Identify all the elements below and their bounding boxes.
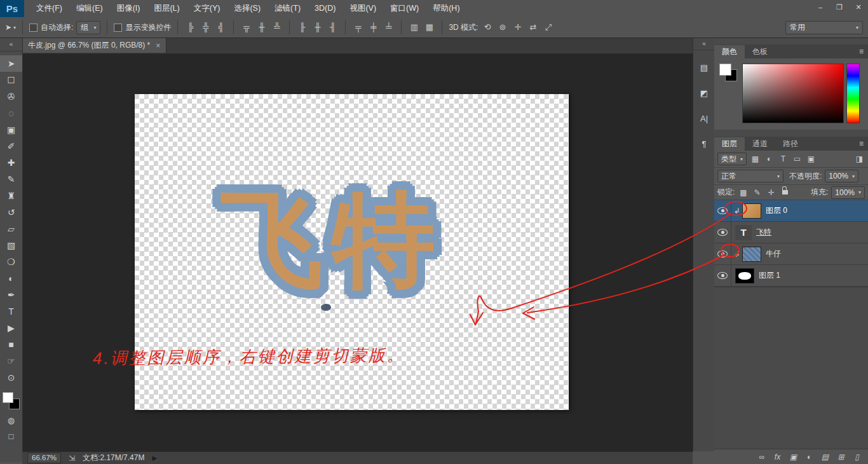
lock-transparent-icon[interactable]: ▩ (738, 188, 749, 197)
filter-type-layers-icon[interactable]: T (778, 154, 789, 163)
tab-color[interactable]: 颜色 (714, 45, 745, 58)
tab-close-icon[interactable]: × (156, 41, 160, 50)
tool-dodge[interactable]: ◐ (0, 270, 22, 287)
adjustments-panel-icon[interactable]: ◩ (693, 82, 715, 104)
visibility-toggle[interactable] (714, 243, 731, 264)
auto-select-checkbox[interactable] (29, 24, 37, 32)
layer-name[interactable]: 图层 1 (759, 270, 780, 281)
lock-pixels-icon[interactable]: ✎ (752, 188, 763, 197)
screen-mode-icon[interactable]: □ (9, 432, 14, 441)
visibility-toggle[interactable] (714, 222, 731, 243)
align-center-h-icon[interactable]: ╬ (200, 21, 212, 34)
distribute-center-h-icon[interactable]: ╫ (311, 21, 323, 34)
auto-select-dropdown[interactable]: 组 ▾ (76, 21, 100, 34)
align-left-edges-icon[interactable]: ╠ (184, 21, 196, 34)
align-right-edges-icon[interactable]: ╣ (215, 21, 227, 34)
character-panel-icon[interactable]: A| (693, 107, 715, 129)
filter-type-dropdown[interactable]: 类型 ▾ (717, 153, 747, 165)
new-layer-icon[interactable]: ⊞ (834, 453, 848, 461)
saturation-brightness-field[interactable] (742, 64, 844, 123)
link-layers-icon[interactable]: ∞ (754, 453, 769, 461)
fg-bg-mini-swatches[interactable] (719, 64, 737, 81)
expand-panels-icon[interactable]: « (693, 38, 715, 50)
paragraph-panel-icon[interactable]: ¶ (693, 133, 715, 154)
tool-crop[interactable]: ▣ (0, 121, 22, 138)
distribute-center-v-icon[interactable]: ╪ (367, 21, 379, 34)
tool-marquee[interactable]: ☐ (0, 72, 22, 88)
distribute-bottom-icon[interactable]: ╧ (383, 21, 395, 34)
3d-drag-icon[interactable]: ✛ (512, 21, 524, 34)
properties-panel-icon[interactable]: ▤ (693, 57, 715, 78)
workspace-switcher[interactable]: 常用 ▾ (785, 21, 863, 34)
menu-item-select[interactable]: 选择(S) (227, 0, 268, 17)
menu-item-window[interactable]: 窗口(W) (383, 0, 426, 17)
filter-smart-objects-icon[interactable]: ▣ (806, 154, 817, 163)
layer-name[interactable]: 飞特 (756, 227, 771, 238)
foreground-color-swatch[interactable] (719, 64, 731, 76)
fill-dropdown[interactable]: 100% ▾ (831, 186, 865, 199)
menu-item-view[interactable]: 视图(V) (342, 0, 383, 17)
tool-zoom[interactable]: ⊙ (0, 369, 22, 386)
tool-type[interactable]: T (0, 303, 22, 320)
menu-item-filter[interactable]: 滤镜(T) (268, 0, 308, 17)
layer-style-icon[interactable]: fx (770, 453, 785, 461)
layer-thumbnail[interactable] (742, 203, 761, 219)
layer-row-niuzai[interactable]: ↲ 牛仔 (714, 243, 868, 265)
opacity-dropdown[interactable]: 100% ▾ (825, 170, 858, 182)
panel-menu-icon[interactable]: ≡ (855, 137, 868, 151)
visibility-toggle[interactable] (714, 200, 731, 221)
layer-name[interactable]: 牛仔 (766, 249, 781, 259)
quick-mask-icon[interactable]: ◍ (8, 416, 15, 425)
tool-history-brush[interactable]: ↺ (0, 204, 22, 221)
tool-eraser[interactable]: ▱ (0, 221, 22, 237)
adjustment-layer-icon[interactable]: ◐ (802, 453, 817, 461)
layer-row-layer1[interactable]: 图层 1 (714, 265, 868, 287)
tool-clone-stamp[interactable]: ♜ (0, 188, 22, 204)
lock-all-icon[interactable] (782, 190, 788, 194)
visibility-toggle[interactable] (714, 265, 731, 286)
tab-paths[interactable]: 路径 (775, 137, 806, 151)
tool-lasso[interactable]: ✇ (0, 88, 22, 105)
foreground-color-swatch[interactable] (3, 392, 13, 403)
3d-roll-icon[interactable]: ⊚ (496, 21, 508, 34)
add-layer-mask-icon[interactable]: ▣ (786, 453, 801, 461)
document-tab[interactable]: 牛皮.jpg @ 66.7% (图层 0, RGB/8) * × (22, 38, 166, 53)
auto-distribute-icon[interactable]: ▦ (423, 21, 435, 34)
tool-brush[interactable]: ✎ (0, 171, 22, 188)
menu-item-edit[interactable]: 编辑(E) (69, 0, 110, 17)
filter-pixel-layers-icon[interactable]: ▦ (750, 154, 761, 163)
close-button[interactable]: ✕ (849, 1, 868, 13)
3d-scale-icon[interactable]: ⤢ (542, 21, 554, 34)
status-flyout-arrow[interactable]: ▶ (152, 454, 157, 461)
tool-path-selection[interactable]: ▶ (0, 320, 22, 336)
canvas-area[interactable]: 飞特 (22, 53, 693, 451)
menu-item-3d[interactable]: 3D(D) (308, 0, 342, 17)
tool-eyedropper[interactable]: ✐ (0, 138, 22, 154)
lock-position-icon[interactable]: ✛ (766, 188, 776, 197)
align-center-v-icon[interactable]: ╫ (255, 21, 268, 34)
auto-align-icon[interactable]: ▥ (408, 21, 420, 34)
distribute-top-icon[interactable]: ╤ (352, 21, 364, 34)
layer-row-layer0[interactable]: ↲ 图层 0 (714, 200, 868, 222)
align-bottom-edges-icon[interactable]: ╩ (271, 21, 283, 34)
filter-toggle-icon[interactable]: ◨ (854, 154, 865, 163)
blend-mode-dropdown[interactable]: 正常 ▾ (717, 170, 783, 182)
zoom-level-field[interactable]: 66.67% (27, 453, 61, 463)
layer-thumbnail[interactable] (742, 247, 761, 262)
align-top-edges-icon[interactable]: ╦ (240, 21, 252, 34)
tool-quick-selection[interactable]: ◌ (0, 105, 22, 121)
delete-layer-icon[interactable]: ▯ (850, 453, 864, 461)
3d-slide-icon[interactable]: ⇄ (527, 21, 539, 34)
restore-button[interactable]: ❐ (830, 1, 849, 13)
distribute-right-icon[interactable]: ╢ (327, 21, 339, 34)
layer-row-feite[interactable]: T 飞特 (714, 222, 868, 243)
menu-item-layer[interactable]: 图层(L) (147, 0, 186, 17)
foreground-background-swatches[interactable] (3, 392, 20, 409)
panel-menu-icon[interactable]: ≡ (855, 45, 868, 58)
tool-preset-picker[interactable]: ➤ ▾ (5, 23, 16, 32)
tool-healing-brush[interactable]: ✚ (0, 154, 22, 171)
tool-blur[interactable]: ❍ (0, 254, 22, 270)
tool-pen[interactable]: ✒ (0, 287, 22, 303)
filter-adjustment-layers-icon[interactable]: ◐ (764, 154, 775, 163)
menu-item-type[interactable]: 文字(Y) (187, 0, 227, 17)
